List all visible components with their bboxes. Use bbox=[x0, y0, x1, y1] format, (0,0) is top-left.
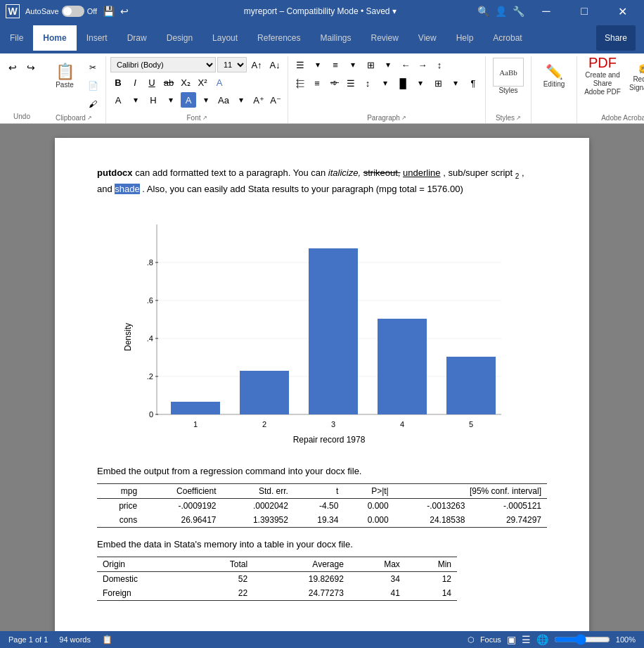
tab-insert[interactable]: Insert bbox=[77, 25, 117, 51]
align-right-button[interactable]: ⬲ bbox=[326, 75, 342, 91]
line-spacing-button[interactable]: ↕ bbox=[360, 75, 375, 91]
tab-layout[interactable]: Layout bbox=[202, 25, 247, 51]
grow-font-button[interactable]: A⁺ bbox=[251, 92, 266, 108]
editing-button[interactable]: ✏️ Editing bbox=[536, 56, 572, 96]
editing-icon: ✏️ bbox=[546, 65, 563, 79]
ribbon-icon[interactable]: 🔧 bbox=[513, 6, 524, 17]
regression-table: mpg Coefficient Std. err. t P>|t| [95% c… bbox=[97, 483, 547, 528]
search-icon[interactable]: 🔍 bbox=[477, 6, 489, 17]
align-center-button[interactable]: ≡ bbox=[309, 75, 325, 91]
format-painter-button[interactable]: 🖌 bbox=[84, 96, 101, 113]
font-color-button[interactable]: A bbox=[110, 92, 126, 108]
subscript-button[interactable]: X₂ bbox=[178, 75, 193, 90]
share-button[interactable]: Share bbox=[596, 25, 636, 51]
document-container: putdocx can add formatted text to a para… bbox=[0, 124, 644, 648]
highlight-dropdown[interactable]: ▾ bbox=[162, 91, 179, 108]
create-share-adobe-button[interactable]: PDF Create and Share Adobe PDF bbox=[581, 56, 624, 96]
undo-icon[interactable]: ↩ bbox=[120, 6, 129, 17]
minimize-button[interactable]: ─ bbox=[530, 0, 562, 23]
status-bar: Page 1 of 1 94 words 📋 ⬡ Focus ▣ ☰ 🌐 100… bbox=[0, 631, 644, 648]
request-signatures-button[interactable]: ✍️ Request Signatures bbox=[625, 56, 644, 96]
borders-dropdown[interactable]: ▾ bbox=[447, 75, 464, 91]
increase-indent-button[interactable]: → bbox=[415, 57, 430, 72]
tab-help[interactable]: Help bbox=[446, 25, 484, 51]
decrease-indent-button[interactable]: ← bbox=[398, 57, 413, 72]
shading-para-dropdown[interactable]: ▾ bbox=[412, 75, 429, 91]
col-t: t bbox=[294, 484, 344, 499]
save-icon[interactable]: 💾 bbox=[103, 6, 115, 17]
cut-button[interactable]: ✂ bbox=[84, 59, 101, 76]
paste-button[interactable]: 📋 Paste bbox=[46, 56, 83, 96]
focus-icon[interactable]: ⬡ bbox=[468, 635, 475, 644]
strikethrough-button[interactable]: ab bbox=[161, 75, 176, 90]
change-case-dropdown[interactable]: ▾ bbox=[233, 91, 250, 108]
tab-design[interactable]: Design bbox=[157, 25, 202, 51]
font-name-select[interactable]: Calibri (Body) bbox=[110, 57, 216, 72]
redo-button[interactable]: ↪ bbox=[22, 59, 39, 76]
bullets-button[interactable]: ☰ bbox=[292, 57, 308, 72]
tab-acrobat[interactable]: Acrobat bbox=[483, 25, 532, 51]
clipboard-expand-icon[interactable]: ↗ bbox=[87, 115, 92, 121]
superscript-button[interactable]: X² bbox=[195, 75, 210, 90]
layout-read-icon[interactable]: ☰ bbox=[522, 634, 531, 645]
col-stderr: Std. err. bbox=[222, 484, 294, 499]
shading-button[interactable]: A bbox=[181, 92, 196, 108]
data-table: Origin Total Average Max Min Domestic 52… bbox=[97, 557, 457, 601]
increase-font-button[interactable]: A↑ bbox=[248, 56, 265, 73]
shading-dropdown[interactable]: ▾ bbox=[198, 91, 214, 108]
borders-button[interactable]: ⊞ bbox=[430, 75, 446, 91]
tab-draw[interactable]: Draw bbox=[117, 25, 157, 51]
multilevel-dropdown[interactable]: ▾ bbox=[380, 56, 397, 73]
paragraph-1: putdocx can add formatted text to a para… bbox=[97, 166, 547, 196]
layout-page-icon[interactable]: ▣ bbox=[507, 634, 516, 645]
layout-web-icon[interactable]: 🌐 bbox=[536, 634, 548, 645]
tab-references[interactable]: References bbox=[247, 25, 310, 51]
bold-button[interactable]: B bbox=[110, 75, 126, 90]
para1-text1: can add formatted text to a paragraph. Y… bbox=[135, 167, 328, 178]
styles-expand-icon[interactable]: ↗ bbox=[516, 115, 521, 121]
tab-mailings[interactable]: Mailings bbox=[310, 25, 361, 51]
autosave-state: Off bbox=[87, 7, 97, 15]
close-button[interactable]: ✕ bbox=[606, 0, 638, 23]
regression-table-header: mpg Coefficient Std. err. t P>|t| [95% c… bbox=[97, 484, 547, 499]
autosave-toggle[interactable] bbox=[62, 6, 84, 17]
underline-button[interactable]: U bbox=[144, 75, 160, 90]
decrease-font-button[interactable]: A↓ bbox=[266, 56, 283, 73]
tab-review[interactable]: Review bbox=[361, 25, 408, 51]
highlight-button[interactable]: H bbox=[146, 92, 161, 108]
change-case-button[interactable]: Aa bbox=[216, 92, 231, 108]
multilevel-button[interactable]: ⊞ bbox=[363, 57, 378, 72]
col-coefficient: Coefficient bbox=[143, 484, 221, 499]
putdocx-text: putdocx bbox=[97, 167, 133, 178]
font-color-dropdown[interactable]: ▾ bbox=[127, 91, 144, 108]
account-icon[interactable]: 👤 bbox=[495, 6, 507, 17]
align-left-button[interactable]: ⬱ bbox=[292, 75, 308, 91]
font-expand-icon[interactable]: ↗ bbox=[202, 115, 207, 121]
sort-button[interactable]: ↕ bbox=[432, 57, 447, 72]
zoom-slider[interactable] bbox=[554, 634, 610, 645]
bar-4 bbox=[378, 319, 427, 414]
numbering-dropdown[interactable]: ▾ bbox=[344, 56, 361, 73]
tab-file[interactable]: File bbox=[0, 25, 33, 51]
text-effects-button[interactable]: A bbox=[212, 75, 227, 90]
shrink-font-button[interactable]: A⁻ bbox=[268, 92, 283, 108]
restore-button[interactable]: □ bbox=[568, 0, 600, 23]
tab-home[interactable]: Home bbox=[33, 25, 76, 51]
adobe-pdf-icon: PDF bbox=[588, 56, 617, 70]
shading-para-button[interactable]: █ bbox=[395, 75, 411, 91]
copy-button[interactable]: 📄 bbox=[84, 77, 101, 94]
tab-view[interactable]: View bbox=[408, 25, 446, 51]
document-check-icon[interactable]: 📋 bbox=[102, 635, 112, 644]
justify-button[interactable]: ☰ bbox=[343, 75, 359, 91]
styles-button[interactable]: AaBb Styles bbox=[490, 56, 527, 96]
italic-button[interactable]: I bbox=[127, 75, 143, 90]
numbering-button[interactable]: ≡ bbox=[328, 57, 343, 72]
show-formatting-button[interactable]: ¶ bbox=[465, 75, 481, 91]
undo-button[interactable]: ↩ bbox=[4, 59, 21, 76]
paragraph-expand-icon[interactable]: ↗ bbox=[401, 115, 406, 121]
styles-label: Styles bbox=[498, 87, 517, 94]
font-size-select[interactable]: 11 bbox=[217, 57, 247, 72]
line-spacing-dropdown[interactable]: ▾ bbox=[377, 75, 394, 91]
bullets-dropdown[interactable]: ▾ bbox=[309, 56, 326, 73]
cell-cons-name: cons bbox=[97, 513, 143, 528]
